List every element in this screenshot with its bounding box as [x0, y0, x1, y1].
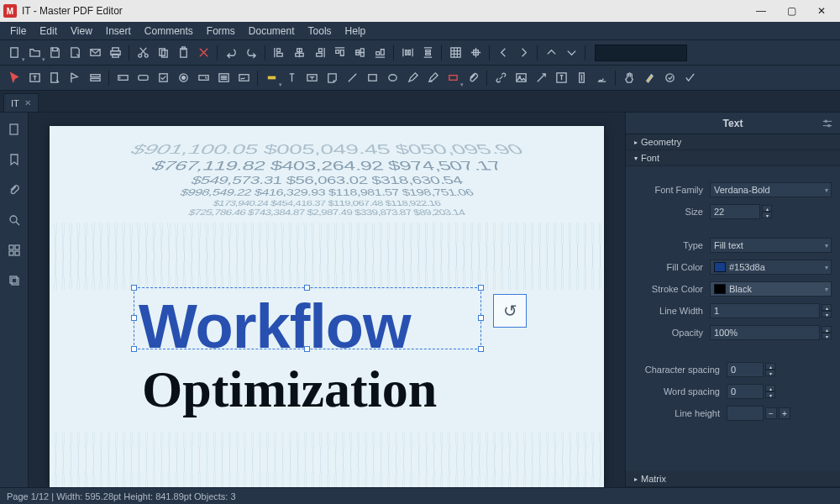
minimize-button[interactable]: —: [746, 0, 776, 22]
align-bottom-button[interactable]: [370, 44, 389, 62]
menu-view[interactable]: View: [64, 24, 99, 39]
opacity-input[interactable]: 100%: [710, 325, 820, 340]
edit-text-tool[interactable]: [25, 69, 44, 87]
layers-button[interactable]: [6, 272, 23, 289]
grid-show-button[interactable]: [446, 44, 465, 62]
handle-tl[interactable]: [131, 285, 137, 291]
edit-forms-tool[interactable]: [66, 69, 84, 87]
cs-up[interactable]: ▴: [765, 363, 775, 370]
section-geometry[interactable]: ▸Geometry: [626, 134, 840, 150]
maximize-button[interactable]: ▢: [776, 0, 806, 22]
charspace-input[interactable]: 0: [727, 362, 764, 377]
next-page-button[interactable]: [514, 44, 533, 62]
font-family-input[interactable]: Verdana-Bold▾: [710, 182, 832, 197]
selection-box[interactable]: [134, 287, 481, 349]
link-tool[interactable]: [491, 69, 510, 87]
arrow-tool[interactable]: [532, 69, 550, 87]
attach-tool[interactable]: [464, 69, 482, 87]
linewidth-input[interactable]: 1: [710, 303, 820, 318]
stroke-color-input[interactable]: Black▾: [710, 281, 832, 297]
align-top-button[interactable]: [330, 44, 349, 62]
pencil-edit-tool[interactable]: [423, 69, 442, 87]
tab-close-icon[interactable]: ✕: [24, 98, 31, 108]
line-tool[interactable]: [343, 69, 361, 87]
redo-button[interactable]: [242, 44, 260, 62]
sign-tool[interactable]: [660, 69, 679, 87]
handle-bm[interactable]: [304, 346, 310, 352]
rotate-handle[interactable]: ↺: [493, 294, 527, 328]
close-button[interactable]: ✕: [806, 0, 837, 22]
image-tool[interactable]: [512, 69, 530, 87]
handle-ml[interactable]: [131, 315, 137, 321]
font-size-input[interactable]: 22: [710, 204, 760, 219]
paste-button[interactable]: [174, 44, 192, 62]
rect-tool[interactable]: [363, 69, 381, 87]
button-tool[interactable]: [134, 69, 152, 87]
select-tool[interactable]: [5, 69, 24, 87]
menu-edit[interactable]: Edit: [33, 24, 64, 39]
copy-button[interactable]: [154, 44, 172, 62]
check-tool[interactable]: [680, 69, 699, 87]
email-button[interactable]: [86, 44, 104, 62]
search-panel-button[interactable]: [6, 212, 23, 228]
initials-tool[interactable]: [592, 69, 611, 87]
wordspace-input[interactable]: 0: [727, 384, 764, 399]
ellipse-tool[interactable]: [383, 69, 402, 87]
save-button[interactable]: [45, 44, 64, 62]
section-font[interactable]: ▾Font: [626, 150, 840, 166]
form-editor-tool[interactable]: [86, 69, 104, 87]
align-middle-button[interactable]: [350, 44, 369, 62]
text-field-tool[interactable]: [113, 69, 132, 87]
add-text-tool[interactable]: [552, 69, 570, 87]
print-button[interactable]: [106, 44, 124, 62]
align-left-button[interactable]: [270, 44, 288, 62]
menu-forms[interactable]: Forms: [200, 24, 242, 39]
fill-color-input[interactable]: #153d8a▾: [710, 260, 832, 275]
search-input[interactable]: [602, 48, 718, 58]
bookmarks-button[interactable]: [6, 151, 23, 168]
menu-comments[interactable]: Comments: [138, 24, 200, 39]
ws-up[interactable]: ▴: [765, 385, 775, 391]
lh-minus[interactable]: −: [765, 407, 777, 419]
handle-tr[interactable]: [478, 285, 484, 291]
panel-settings-icon[interactable]: [822, 118, 833, 132]
signature-field-tool[interactable]: [234, 69, 253, 87]
menu-tools[interactable]: Tools: [302, 24, 339, 39]
document-tab[interactable]: IT ✕: [3, 93, 39, 112]
type-input[interactable]: Fill text▾: [710, 238, 832, 253]
combo-tool[interactable]: [194, 69, 213, 87]
search-box[interactable]: [595, 45, 687, 61]
saveas-button[interactable]: [66, 44, 84, 62]
thumbnails-button[interactable]: [6, 242, 23, 259]
vert-text-tool[interactable]: [572, 69, 591, 87]
handle-br[interactable]: [478, 346, 484, 352]
ws-down[interactable]: ▾: [765, 391, 775, 398]
highlight-tool[interactable]: ▾: [262, 69, 281, 87]
text-box-tool[interactable]: [302, 69, 321, 87]
headline-optimization[interactable]: Optimization: [142, 360, 437, 419]
hand-tool[interactable]: [620, 69, 638, 87]
cs-down[interactable]: ▾: [765, 370, 775, 376]
menu-help[interactable]: Help: [339, 24, 373, 39]
op-up[interactable]: ▴: [822, 326, 832, 333]
checkbox-tool[interactable]: [154, 69, 172, 87]
section-matrix[interactable]: ▸Matrix: [626, 471, 840, 487]
menu-insert[interactable]: Insert: [99, 24, 138, 39]
list-tool[interactable]: [214, 69, 233, 87]
stamp-tool[interactable]: ▾: [444, 69, 462, 87]
size-down[interactable]: ▾: [762, 212, 772, 218]
marker-tool[interactable]: [640, 69, 659, 87]
edit-doc-tool[interactable]: [45, 69, 64, 87]
align-center-h-button[interactable]: [290, 44, 308, 62]
pdf-page[interactable]: $901,100.05 $005,049.45 $050,095.90 $767…: [50, 126, 604, 487]
move-down-button[interactable]: [562, 44, 580, 62]
menu-document[interactable]: Document: [242, 24, 302, 39]
lw-up[interactable]: ▴: [822, 304, 832, 311]
pencil-tool[interactable]: [403, 69, 422, 87]
lw-down[interactable]: ▾: [822, 311, 832, 318]
prev-page-button[interactable]: [494, 44, 512, 62]
align-right-button[interactable]: [310, 44, 328, 62]
radio-tool[interactable]: [174, 69, 192, 87]
canvas[interactable]: $901,100.05 $005,049.45 $050,095.90 $767…: [29, 113, 625, 487]
menu-file[interactable]: File: [3, 24, 33, 39]
